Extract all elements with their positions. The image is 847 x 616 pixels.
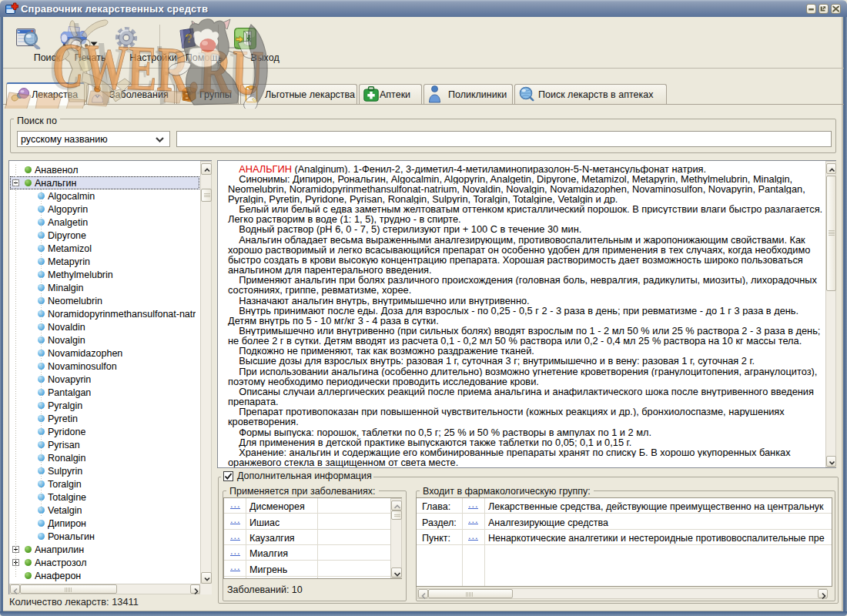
svg-text:?: ? bbox=[185, 32, 193, 45]
